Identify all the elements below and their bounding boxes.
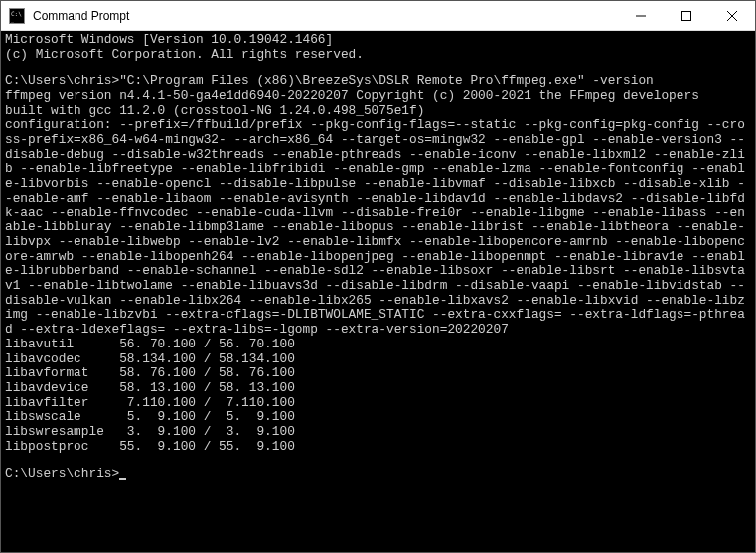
maximize-button[interactable] — [664, 1, 709, 31]
terminal-line: (c) Microsoft Corporation. All rights re… — [5, 48, 751, 63]
terminal-line: libpostproc 55. 9.100 / 55. 9.100 — [5, 440, 751, 455]
terminal-line: libavformat 58. 76.100 / 58. 76.100 — [5, 366, 751, 381]
terminal-line: libswresample 3. 9.100 / 3. 9.100 — [5, 425, 751, 440]
terminal-line: C:\Users\chris> — [5, 467, 751, 482]
titlebar-controls — [618, 1, 755, 30]
terminal-line: libavdevice 58. 13.100 / 58. 13.100 — [5, 381, 751, 396]
minimize-button[interactable] — [618, 1, 664, 31]
terminal-line: libavutil 56. 70.100 / 56. 70.100 — [5, 338, 751, 352]
terminal-area[interactable]: Microsoft Windows [Version 10.0.19042.14… — [1, 31, 755, 552]
close-button[interactable] — [709, 1, 755, 31]
terminal-line: Microsoft Windows [Version 10.0.19042.14… — [5, 33, 751, 48]
window-title: Command Prompt — [31, 9, 618, 23]
terminal-line: built with gcc 11.2.0 (crosstool-NG 1.24… — [5, 104, 751, 119]
terminal-line: libswscale 5. 9.100 / 5. 9.100 — [5, 410, 751, 425]
window-frame: C:\ _ Command Prompt Microsoft Windows [… — [0, 0, 756, 553]
cursor — [119, 478, 126, 480]
svg-rect-5 — [682, 12, 691, 21]
terminal-line: C:\Users\chris>"C:\Program Files (x86)\B… — [5, 74, 751, 89]
terminal-line: configuration: --prefix=/ffbuild/prefix … — [5, 118, 751, 338]
titlebar[interactable]: C:\ _ Command Prompt — [1, 1, 755, 31]
terminal-line: libavcodec 58.134.100 / 58.134.100 — [5, 352, 751, 367]
cmd-icon: C:\ _ — [9, 8, 25, 24]
terminal-line: libavfilter 7.110.100 / 7.110.100 — [5, 396, 751, 411]
terminal-line: ffmpeg version n4.4.1-50-ga4e1dd6940-202… — [5, 89, 751, 104]
